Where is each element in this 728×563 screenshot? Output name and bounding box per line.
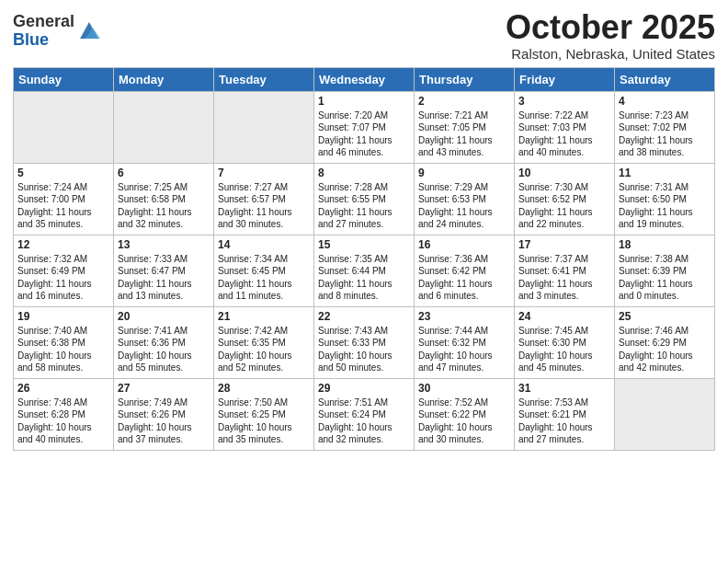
day-number: 28 <box>218 382 310 395</box>
day-number: 13 <box>118 238 210 251</box>
cell-content: Sunrise: 7:46 AM Sunset: 6:29 PM Dayligh… <box>619 325 711 374</box>
table-row: 1Sunrise: 7:20 AM Sunset: 7:07 PM Daylig… <box>314 91 415 163</box>
cell-content: Sunrise: 7:21 AM Sunset: 7:05 PM Dayligh… <box>418 109 510 159</box>
day-number: 24 <box>518 310 610 323</box>
day-number: 1 <box>318 95 410 108</box>
table-row: 25Sunrise: 7:46 AM Sunset: 6:29 PM Dayli… <box>615 306 715 378</box>
day-number: 9 <box>418 167 510 179</box>
day-number: 31 <box>518 382 610 395</box>
table-row: 20Sunrise: 7:41 AM Sunset: 6:36 PM Dayli… <box>114 306 214 378</box>
cell-content: Sunrise: 7:48 AM Sunset: 6:28 PM Dayligh… <box>17 396 109 446</box>
cell-content: Sunrise: 7:41 AM Sunset: 6:36 PM Dayligh… <box>118 325 210 374</box>
table-row: 29Sunrise: 7:51 AM Sunset: 6:24 PM Dayli… <box>314 378 415 450</box>
table-row: 14Sunrise: 7:34 AM Sunset: 6:45 PM Dayli… <box>214 235 314 306</box>
cell-content: Sunrise: 7:49 AM Sunset: 6:26 PM Dayligh… <box>118 396 210 446</box>
day-number: 21 <box>218 310 310 323</box>
day-number: 26 <box>17 382 109 395</box>
table-row: 28Sunrise: 7:50 AM Sunset: 6:25 PM Dayli… <box>214 378 314 450</box>
table-row: 19Sunrise: 7:40 AM Sunset: 6:38 PM Dayli… <box>14 306 114 378</box>
title-block: October 2025 Ralston, Nebraska, United S… <box>506 9 715 62</box>
cell-content: Sunrise: 7:28 AM Sunset: 6:55 PM Dayligh… <box>318 181 410 231</box>
calendar-week-row: 5Sunrise: 7:24 AM Sunset: 7:00 PM Daylig… <box>14 163 715 235</box>
cell-content: Sunrise: 7:52 AM Sunset: 6:22 PM Dayligh… <box>418 396 510 446</box>
col-thursday: Thursday <box>415 67 515 91</box>
day-number: 22 <box>318 310 410 323</box>
calendar-week-row: 12Sunrise: 7:32 AM Sunset: 6:49 PM Dayli… <box>14 235 715 306</box>
cell-content: Sunrise: 7:40 AM Sunset: 6:38 PM Dayligh… <box>17 325 109 374</box>
table-row <box>615 378 715 450</box>
cell-content: Sunrise: 7:45 AM Sunset: 6:30 PM Dayligh… <box>518 325 610 374</box>
cell-content: Sunrise: 7:34 AM Sunset: 6:45 PM Dayligh… <box>218 253 310 303</box>
cell-content: Sunrise: 7:27 AM Sunset: 6:57 PM Dayligh… <box>218 181 310 231</box>
day-number: 17 <box>518 238 610 251</box>
table-row: 15Sunrise: 7:35 AM Sunset: 6:44 PM Dayli… <box>314 235 415 306</box>
day-number: 30 <box>418 382 510 395</box>
day-number: 3 <box>518 95 610 108</box>
table-row: 26Sunrise: 7:48 AM Sunset: 6:28 PM Dayli… <box>14 378 114 450</box>
table-row: 7Sunrise: 7:27 AM Sunset: 6:57 PM Daylig… <box>214 163 314 235</box>
table-row: 2Sunrise: 7:21 AM Sunset: 7:05 PM Daylig… <box>415 91 515 163</box>
col-tuesday: Tuesday <box>214 67 314 91</box>
table-row: 31Sunrise: 7:53 AM Sunset: 6:21 PM Dayli… <box>515 378 615 450</box>
logo-blue-text: Blue <box>13 30 49 49</box>
table-row: 6Sunrise: 7:25 AM Sunset: 6:58 PM Daylig… <box>114 163 214 235</box>
cell-content: Sunrise: 7:32 AM Sunset: 6:49 PM Dayligh… <box>17 253 109 303</box>
header: General Blue October 2025 Ralston, Nebra… <box>13 9 715 62</box>
calendar-table: Sunday Monday Tuesday Wednesday Thursday… <box>13 67 715 451</box>
logo: General Blue <box>13 13 102 50</box>
table-row <box>114 91 214 163</box>
table-row: 9Sunrise: 7:29 AM Sunset: 6:53 PM Daylig… <box>415 163 515 235</box>
cell-content: Sunrise: 7:38 AM Sunset: 6:39 PM Dayligh… <box>619 253 711 303</box>
logo-icon <box>76 18 102 44</box>
table-row: 5Sunrise: 7:24 AM Sunset: 7:00 PM Daylig… <box>14 163 114 235</box>
day-number: 6 <box>118 167 210 179</box>
table-row: 21Sunrise: 7:42 AM Sunset: 6:35 PM Dayli… <box>214 306 314 378</box>
col-saturday: Saturday <box>615 67 715 91</box>
calendar-week-row: 19Sunrise: 7:40 AM Sunset: 6:38 PM Dayli… <box>14 306 715 378</box>
cell-content: Sunrise: 7:22 AM Sunset: 7:03 PM Dayligh… <box>518 109 610 159</box>
day-number: 23 <box>418 310 510 323</box>
table-row: 23Sunrise: 7:44 AM Sunset: 6:32 PM Dayli… <box>415 306 515 378</box>
col-wednesday: Wednesday <box>314 67 415 91</box>
table-row: 22Sunrise: 7:43 AM Sunset: 6:33 PM Dayli… <box>314 306 415 378</box>
table-row: 16Sunrise: 7:36 AM Sunset: 6:42 PM Dayli… <box>415 235 515 306</box>
cell-content: Sunrise: 7:51 AM Sunset: 6:24 PM Dayligh… <box>318 396 410 446</box>
table-row: 13Sunrise: 7:33 AM Sunset: 6:47 PM Dayli… <box>114 235 214 306</box>
calendar-week-row: 26Sunrise: 7:48 AM Sunset: 6:28 PM Dayli… <box>14 378 715 450</box>
day-number: 19 <box>17 310 109 323</box>
table-row: 12Sunrise: 7:32 AM Sunset: 6:49 PM Dayli… <box>14 235 114 306</box>
table-row <box>14 91 114 163</box>
cell-content: Sunrise: 7:29 AM Sunset: 6:53 PM Dayligh… <box>418 181 510 231</box>
day-number: 15 <box>318 238 410 251</box>
day-number: 27 <box>118 382 210 395</box>
logo-general-text: General <box>13 12 74 30</box>
cell-content: Sunrise: 7:25 AM Sunset: 6:58 PM Dayligh… <box>118 181 210 231</box>
table-row: 11Sunrise: 7:31 AM Sunset: 6:50 PM Dayli… <box>615 163 715 235</box>
table-row: 10Sunrise: 7:30 AM Sunset: 6:52 PM Dayli… <box>515 163 615 235</box>
cell-content: Sunrise: 7:35 AM Sunset: 6:44 PM Dayligh… <box>318 253 410 303</box>
calendar-week-row: 1Sunrise: 7:20 AM Sunset: 7:07 PM Daylig… <box>14 91 715 163</box>
cell-content: Sunrise: 7:20 AM Sunset: 7:07 PM Dayligh… <box>318 109 410 159</box>
table-row: 4Sunrise: 7:23 AM Sunset: 7:02 PM Daylig… <box>615 91 715 163</box>
table-row: 18Sunrise: 7:38 AM Sunset: 6:39 PM Dayli… <box>615 235 715 306</box>
month-title: October 2025 <box>506 9 715 46</box>
day-number: 7 <box>218 167 310 179</box>
page-container: General Blue October 2025 Ralston, Nebra… <box>0 0 728 460</box>
day-number: 20 <box>118 310 210 323</box>
table-row: 27Sunrise: 7:49 AM Sunset: 6:26 PM Dayli… <box>114 378 214 450</box>
cell-content: Sunrise: 7:37 AM Sunset: 6:41 PM Dayligh… <box>518 253 610 303</box>
cell-content: Sunrise: 7:42 AM Sunset: 6:35 PM Dayligh… <box>218 325 310 374</box>
day-number: 8 <box>318 167 410 179</box>
cell-content: Sunrise: 7:30 AM Sunset: 6:52 PM Dayligh… <box>518 181 610 231</box>
cell-content: Sunrise: 7:44 AM Sunset: 6:32 PM Dayligh… <box>418 325 510 374</box>
cell-content: Sunrise: 7:43 AM Sunset: 6:33 PM Dayligh… <box>318 325 410 374</box>
calendar-header-row: Sunday Monday Tuesday Wednesday Thursday… <box>14 67 715 91</box>
day-number: 12 <box>17 238 109 251</box>
day-number: 16 <box>418 238 510 251</box>
table-row: 3Sunrise: 7:22 AM Sunset: 7:03 PM Daylig… <box>515 91 615 163</box>
table-row <box>214 91 314 163</box>
cell-content: Sunrise: 7:36 AM Sunset: 6:42 PM Dayligh… <box>418 253 510 303</box>
table-row: 24Sunrise: 7:45 AM Sunset: 6:30 PM Dayli… <box>515 306 615 378</box>
col-monday: Monday <box>114 67 214 91</box>
cell-content: Sunrise: 7:53 AM Sunset: 6:21 PM Dayligh… <box>518 396 610 446</box>
